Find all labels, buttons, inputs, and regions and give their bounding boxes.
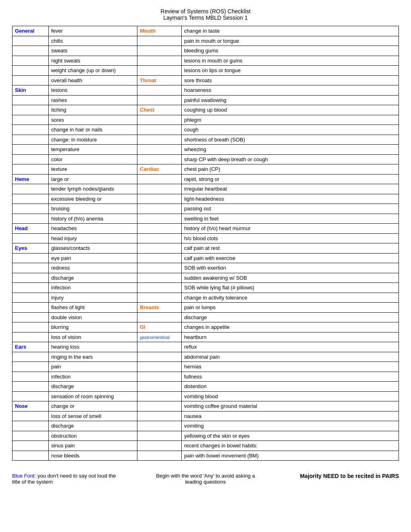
- category2-cell: [137, 125, 182, 135]
- category2-cell: [137, 135, 182, 145]
- item2-cell: pain in mouth or tongue: [182, 36, 399, 46]
- category-cell: [12, 125, 49, 135]
- item-cell: headaches: [49, 224, 137, 234]
- category2-cell: [137, 283, 182, 293]
- table-row: obstructionyellowing of the skin or eyes: [12, 431, 399, 441]
- item-cell: obstruction: [49, 431, 137, 441]
- category2-cell: [137, 451, 182, 461]
- item-cell: double vision: [49, 312, 137, 322]
- item2-cell: changes in appetite: [182, 322, 399, 332]
- item-cell: redness: [49, 263, 137, 273]
- category-cell: [12, 352, 49, 362]
- footer-left: Blue Font: you don't need to say out lou…: [12, 473, 117, 485]
- category2-cell: [137, 184, 182, 194]
- footer-right: Majority NEED to be recited in PAIRS: [294, 473, 399, 479]
- item-cell: rashes: [49, 95, 137, 105]
- item2-cell: heartburn: [182, 332, 399, 342]
- category2-label: GI: [140, 324, 145, 330]
- category2-cell: [137, 174, 182, 184]
- item2-cell: sudden awakening w/ SOB: [182, 273, 399, 283]
- category2-cell: Chest: [137, 105, 182, 115]
- item-cell: overall health: [49, 75, 137, 85]
- item-cell: large or: [49, 174, 137, 184]
- category-cell: [12, 263, 49, 273]
- category-cell: [12, 105, 49, 115]
- category2-cell: GI: [137, 322, 182, 332]
- table-row: injurychange in activity tolerance: [12, 293, 399, 303]
- category-cell: [12, 66, 49, 76]
- category2-cell: Cardiac: [137, 164, 182, 175]
- category-label: General: [15, 28, 34, 34]
- item2-cell: sore throats: [182, 75, 399, 85]
- category-cell: [12, 293, 49, 303]
- category2-cell: [137, 342, 182, 352]
- table-row: change in hair or nailscough: [12, 125, 399, 135]
- footer-blue-label: Blue Font:: [12, 473, 36, 479]
- item-cell: injury: [49, 293, 137, 303]
- item-cell: ringing in the ears: [49, 352, 137, 362]
- item-cell: change: in moisture: [49, 135, 137, 145]
- item2-cell: shortness of breath (SOB): [182, 135, 399, 145]
- category-cell: [12, 312, 49, 322]
- item-cell: night sweats: [49, 56, 137, 66]
- category2-cell: Mouth: [137, 26, 182, 36]
- table-row: overall healthThroatsore throats: [12, 75, 399, 85]
- table-row: bruisingpassing out: [12, 204, 399, 214]
- item-cell: nose bleeds: [49, 451, 137, 461]
- table-row: sweatsbleeding gums: [12, 46, 399, 56]
- item-cell: glasses/contacts: [49, 243, 137, 254]
- category2-cell: [137, 233, 182, 243]
- item-cell: history of (h/o) anemia: [49, 214, 137, 224]
- category2-cell: [137, 401, 182, 411]
- item2-cell: change in taste: [182, 26, 399, 36]
- category2-label: Chest: [140, 107, 154, 113]
- category-cell: [12, 441, 49, 451]
- title-line1: Review of Systems (ROS) Checklist: [12, 8, 399, 15]
- table-row: painhernias: [12, 362, 399, 372]
- category2-cell: [137, 204, 182, 214]
- table-row: itchingChestcoughing up blood: [12, 105, 399, 115]
- category2-cell: [137, 46, 182, 56]
- item2-cell: cough: [182, 125, 399, 135]
- category2-cell: [137, 441, 182, 451]
- item2-cell: SOB while lying flat (# pillows): [182, 283, 399, 293]
- item-cell: hearing loss: [49, 342, 137, 352]
- table-row: Skinlesionshoarseness: [12, 85, 399, 96]
- table-row: history of (h/o) anemiaswelling in feet: [12, 214, 399, 224]
- category-cell: [12, 273, 49, 283]
- table-row: head injuryh/o blood clots: [12, 233, 399, 243]
- ros-table: GeneralfeverMouthchange in tastechillspa…: [12, 26, 399, 461]
- item-cell: lesions: [49, 85, 137, 96]
- category2-cell: [137, 382, 182, 392]
- category2-cell: [137, 224, 182, 234]
- item2-cell: irregular heartbeat: [182, 184, 399, 194]
- item-cell: sores: [49, 115, 137, 125]
- category2-cell: [137, 56, 182, 66]
- item-cell: infection: [49, 372, 137, 382]
- table-row: loss of visiongastrointestinalheartburn: [12, 332, 399, 342]
- item2-cell: phlegm: [182, 115, 399, 125]
- table-row: rashespainful swallowing: [12, 95, 399, 105]
- item2-cell: vomiting coffee ground material: [182, 401, 399, 411]
- category2-label: gastrointestinal: [140, 335, 170, 340]
- item-cell: eye pain: [49, 253, 137, 263]
- item-cell: discharge: [49, 421, 137, 431]
- category-cell: Ears: [12, 342, 49, 352]
- table-row: excessive bleeding orlight-headedness: [12, 194, 399, 204]
- item2-cell: pain with bowel movement (BM): [182, 451, 399, 461]
- category2-cell: [137, 95, 182, 105]
- table-row: loss of sense of smellnausea: [12, 411, 399, 421]
- table-row: tender lymph nodes/glandsirregular heart…: [12, 184, 399, 194]
- category-cell: Nose: [12, 401, 49, 411]
- item-cell: tender lymph nodes/glands: [49, 184, 137, 194]
- item2-cell: light-headedness: [182, 194, 399, 204]
- category2-label: Breasts: [140, 304, 159, 310]
- item2-cell: chest pain (CP): [182, 164, 399, 175]
- table-row: infectionSOB while lying flat (# pillows…: [12, 283, 399, 293]
- category-cell: [12, 184, 49, 194]
- item2-cell: hernias: [182, 362, 399, 372]
- item-cell: pain: [49, 362, 137, 372]
- category2-cell: [137, 243, 182, 254]
- table-row: GeneralfeverMouthchange in taste: [12, 26, 399, 36]
- item2-cell: painful swallowing: [182, 95, 399, 105]
